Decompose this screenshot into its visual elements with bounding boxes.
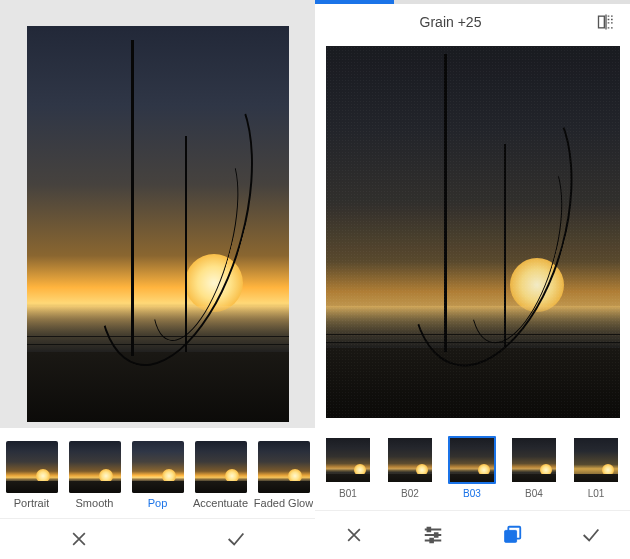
confirm-button[interactable] bbox=[569, 517, 613, 553]
svg-rect-0 bbox=[599, 16, 605, 28]
card-stack-icon bbox=[501, 524, 523, 546]
editor-pane-right: Grain +25 bbox=[315, 0, 630, 559]
filter-b03[interactable]: B03 bbox=[445, 436, 499, 499]
cancel-button[interactable] bbox=[332, 517, 376, 553]
cancel-button[interactable] bbox=[57, 521, 101, 557]
bottom-bar bbox=[315, 510, 630, 559]
filter-label: B04 bbox=[525, 488, 543, 499]
filter-label: B02 bbox=[401, 488, 419, 499]
svg-rect-1 bbox=[428, 528, 431, 532]
filter-tray[interactable]: Portrait Smooth Pop Accentuate Faded Glo… bbox=[0, 428, 315, 518]
compare-icon bbox=[596, 12, 616, 32]
bottom-bar bbox=[0, 518, 315, 559]
compare-button[interactable] bbox=[592, 4, 620, 40]
svg-rect-4 bbox=[505, 530, 517, 542]
preview-image bbox=[326, 46, 620, 418]
svg-rect-2 bbox=[435, 533, 438, 537]
confirm-button[interactable] bbox=[214, 521, 258, 557]
slider-progress[interactable] bbox=[315, 0, 630, 4]
filter-label: Accentuate bbox=[193, 497, 248, 509]
filter-faded-glow[interactable]: Faded Glow bbox=[252, 441, 315, 509]
filter-b02[interactable]: B02 bbox=[383, 436, 437, 499]
filter-b04[interactable]: B04 bbox=[507, 436, 561, 499]
svg-rect-3 bbox=[430, 539, 433, 543]
tune-button[interactable] bbox=[411, 517, 455, 553]
filter-pop[interactable]: Pop bbox=[126, 441, 189, 509]
header-bar: Grain +25 bbox=[315, 4, 630, 40]
image-preview[interactable] bbox=[0, 18, 315, 428]
check-icon bbox=[225, 528, 247, 550]
top-strip bbox=[0, 0, 315, 18]
sliders-icon bbox=[422, 524, 444, 546]
filter-label: Portrait bbox=[14, 497, 49, 509]
filter-label: Faded Glow bbox=[254, 497, 313, 509]
slider-progress-fill bbox=[315, 0, 394, 4]
filter-l01[interactable]: L01 bbox=[569, 436, 623, 499]
filter-label: Smooth bbox=[76, 497, 114, 509]
close-icon bbox=[344, 525, 364, 545]
setting-readout: Grain +25 bbox=[420, 14, 482, 30]
close-icon bbox=[69, 529, 89, 549]
styles-button[interactable] bbox=[490, 517, 534, 553]
image-preview[interactable] bbox=[315, 40, 630, 420]
editor-pane-left: Portrait Smooth Pop Accentuate Faded Glo… bbox=[0, 0, 315, 559]
preview-image bbox=[27, 26, 289, 422]
check-icon bbox=[580, 524, 602, 546]
filter-label: B01 bbox=[339, 488, 357, 499]
filter-label: Pop bbox=[148, 497, 168, 509]
filter-portrait[interactable]: Portrait bbox=[0, 441, 63, 509]
filter-label: B03 bbox=[463, 488, 481, 499]
filter-accentuate[interactable]: Accentuate bbox=[189, 441, 252, 509]
filter-b01[interactable]: B01 bbox=[321, 436, 375, 499]
filter-smooth[interactable]: Smooth bbox=[63, 441, 126, 509]
filter-label: L01 bbox=[588, 488, 605, 499]
filter-tray[interactable]: B01 B02 B03 B04 L01 bbox=[315, 420, 630, 510]
